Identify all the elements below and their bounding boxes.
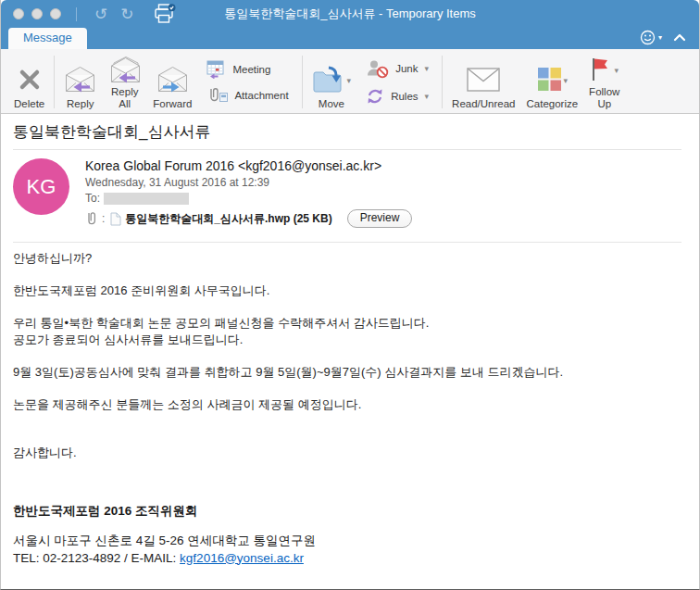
message-body: 안녕하십니까? 한반도국제포럼 2016 준비위원회 사무국입니다. 우리 통일… bbox=[1, 243, 699, 461]
attachment-separator: : bbox=[102, 212, 105, 225]
toolbar-separator bbox=[54, 56, 55, 108]
categorize-squares-icon bbox=[537, 67, 562, 92]
delete-x-icon bbox=[18, 63, 42, 96]
sender-address[interactable]: Korea Global Forum 2016 <kgf2016@yonsei.… bbox=[85, 157, 412, 174]
to-label: To: bbox=[85, 192, 100, 206]
paperclip-icon bbox=[85, 211, 98, 226]
titlebar-divider bbox=[76, 7, 77, 21]
collapse-ribbon-button[interactable] bbox=[673, 33, 686, 42]
traffic-lights bbox=[13, 8, 61, 19]
dropdown-caret-icon bbox=[564, 74, 569, 85]
message-date: Wednesday, 31 August 2016 at 12:39 bbox=[85, 176, 412, 190]
tab-message[interactable]: Message bbox=[8, 28, 87, 49]
meeting-attachment-group: Meeting Attachment bbox=[197, 54, 297, 110]
junk-sender-icon bbox=[366, 59, 389, 79]
reply-all-button[interactable]: Reply All bbox=[102, 54, 147, 110]
reply-button[interactable]: Reply bbox=[58, 54, 102, 110]
feedback-smiley-button[interactable]: ▾ bbox=[640, 30, 662, 45]
move-button[interactable]: Move bbox=[306, 54, 357, 110]
chevron-up-icon bbox=[673, 33, 686, 42]
rules-icon bbox=[366, 87, 384, 106]
toolbar-separator bbox=[302, 56, 303, 108]
attachment-row: : 통일북한학술대회_심사서류.hwp (25 KB) Preview bbox=[85, 209, 412, 228]
junk-button[interactable]: Junk bbox=[366, 59, 429, 79]
signature-block: 한반도국제포럼 2016 조직위원회 서울시 마포구 신촌로 4길 5-26 연… bbox=[1, 503, 699, 567]
attachment-paperclip-icon bbox=[206, 87, 228, 104]
dropdown-caret-icon bbox=[425, 92, 430, 101]
signature-organization: 한반도국제포럼 2016 조직위원회 bbox=[13, 503, 687, 519]
follow-up-flag-icon bbox=[590, 56, 612, 82]
undo-icon[interactable]: ↺ bbox=[94, 6, 107, 22]
rules-button[interactable]: Rules bbox=[366, 87, 429, 106]
message-subject: 통일북한학술대회_심사서류 bbox=[1, 114, 699, 143]
message-pane: 통일북한학술대회_심사서류 KG Korea Global Forum 2016… bbox=[1, 114, 699, 567]
reply-envelope-icon bbox=[64, 63, 96, 96]
signature-contact: TEL: 02-2123-4892 / E-MAIL: kgf2016@yons… bbox=[13, 549, 687, 567]
follow-up-button[interactable]: Follow Up bbox=[583, 54, 625, 110]
signature-address: 서울시 마포구 신촌로 4길 5-26 연세대학교 통일연구원 bbox=[13, 532, 687, 549]
zoom-window-button[interactable] bbox=[50, 8, 61, 19]
redo-icon[interactable]: ↻ bbox=[120, 6, 133, 22]
attachment-filename[interactable]: 통일북한학술대회_심사서류.hwp (25 KB) bbox=[125, 211, 331, 227]
preview-button[interactable]: Preview bbox=[347, 209, 413, 228]
delete-button[interactable]: Delete bbox=[8, 54, 50, 110]
close-window-button[interactable] bbox=[13, 8, 24, 19]
dropdown-caret-icon bbox=[347, 74, 352, 85]
minimize-window-button[interactable] bbox=[31, 8, 43, 19]
message-header: KG Korea Global Forum 2016 <kgf2016@yons… bbox=[1, 150, 699, 235]
document-icon bbox=[110, 212, 121, 226]
meeting-calendar-icon bbox=[206, 60, 226, 79]
outlook-message-window: ↺ ↻ 통일북한학술대회_심사서류 - Temporary Items Mess… bbox=[0, 0, 700, 590]
dropdown-caret-icon bbox=[424, 64, 429, 73]
move-folder-icon bbox=[312, 66, 345, 94]
ribbon-toolbar: Delete Reply bbox=[1, 49, 699, 114]
junk-rules-group: Junk Rules bbox=[356, 54, 438, 110]
signature-email-link[interactable]: kgf2016@yonsei.ac.kr bbox=[180, 551, 304, 565]
forward-envelope-icon bbox=[156, 63, 189, 96]
meeting-button[interactable]: Meeting bbox=[206, 60, 288, 79]
categorize-button[interactable]: Categorize bbox=[520, 54, 583, 110]
dropdown-caret-icon bbox=[614, 64, 619, 75]
signature-contact-prefix: TEL: 02-2123-4892 / E-MAIL: bbox=[13, 551, 180, 565]
reply-all-envelopes-icon bbox=[107, 55, 142, 84]
forward-button[interactable]: Forward bbox=[147, 54, 197, 110]
print-icon[interactable] bbox=[154, 4, 176, 24]
smiley-icon bbox=[640, 30, 656, 45]
read-unread-envelope-icon bbox=[467, 63, 500, 96]
dropdown-caret-icon: ▾ bbox=[658, 34, 662, 42]
sender-avatar: KG bbox=[13, 158, 69, 215]
ribbon-tab-bar: Message ▾ bbox=[1, 28, 699, 49]
attachment-button[interactable]: Attachment bbox=[206, 87, 288, 104]
read-unread-button[interactable]: Read/Unread bbox=[446, 54, 520, 110]
recipient-redacted bbox=[104, 193, 189, 205]
toolbar-separator bbox=[442, 56, 443, 108]
title-bar: ↺ ↻ 통일북한학술대회_심사서류 - Temporary Items bbox=[1, 0, 699, 28]
